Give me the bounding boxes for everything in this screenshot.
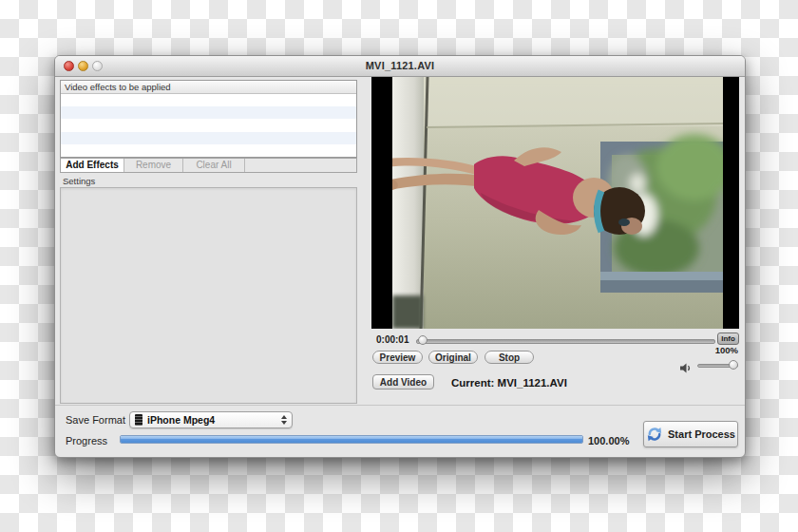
effects-list[interactable]: Video effects to be applied	[60, 80, 357, 158]
volume-percent: 100%	[682, 345, 738, 355]
stop-button[interactable]: Stop	[484, 351, 534, 364]
seek-slider-knob[interactable]	[418, 335, 428, 345]
seek-slider-track	[416, 339, 715, 344]
info-button[interactable]: Info	[717, 332, 739, 345]
volume-slider[interactable]	[697, 360, 738, 370]
film-strip-icon	[135, 414, 142, 426]
app-window: MVI_1121.AVI Video effects to be applied…	[54, 55, 746, 458]
effects-list-row	[61, 94, 356, 106]
effects-button-group: Add Effects Remove Clear All	[60, 158, 357, 173]
add-video-button[interactable]: Add Video	[372, 374, 434, 390]
sync-arrows-icon	[646, 426, 663, 443]
progress-percent: 100.00%	[588, 435, 629, 446]
preview-button[interactable]: Preview	[372, 351, 423, 364]
effects-list-row	[61, 106, 356, 119]
current-file-label: Current: MVI_1121.AVI	[451, 377, 567, 389]
seek-slider[interactable]	[416, 335, 715, 346]
volume-slider-knob[interactable]	[729, 360, 738, 370]
effects-list-row	[61, 119, 356, 131]
bottom-bar: Save Format iPhone Mpeg4 Progress 100.00…	[55, 405, 745, 459]
progress-label: Progress	[66, 435, 107, 446]
playhead-time: 0:00:01	[376, 334, 408, 345]
start-process-label: Start Process	[668, 428, 735, 440]
effects-list-row	[61, 132, 356, 144]
effects-list-header: Video effects to be applied	[61, 81, 356, 94]
video-frame-art	[371, 77, 739, 329]
window-title: MVI_1121.AVI	[55, 60, 745, 71]
video-preview	[371, 77, 739, 329]
progress-bar	[120, 435, 583, 444]
original-button[interactable]: Original	[428, 351, 478, 364]
up-down-arrows-icon	[281, 415, 287, 425]
remove-button[interactable]: Remove	[124, 159, 183, 172]
format-dropdown[interactable]: iPhone Mpeg4	[129, 411, 293, 428]
settings-label: Settings	[63, 176, 95, 186]
segment-filler	[245, 159, 356, 172]
format-dropdown-value: iPhone Mpeg4	[147, 414, 276, 426]
save-format-label: Save Format	[66, 414, 125, 426]
title-bar[interactable]: MVI_1121.AVI	[55, 56, 745, 77]
speaker-icon[interactable]	[680, 360, 693, 377]
effects-list-row	[61, 144, 356, 157]
progress-bar-fill	[121, 436, 582, 443]
add-effects-button[interactable]: Add Effects	[61, 159, 124, 172]
settings-panel	[60, 187, 357, 404]
clear-all-button[interactable]: Clear All	[183, 159, 245, 172]
start-process-button[interactable]: Start Process	[643, 421, 738, 447]
